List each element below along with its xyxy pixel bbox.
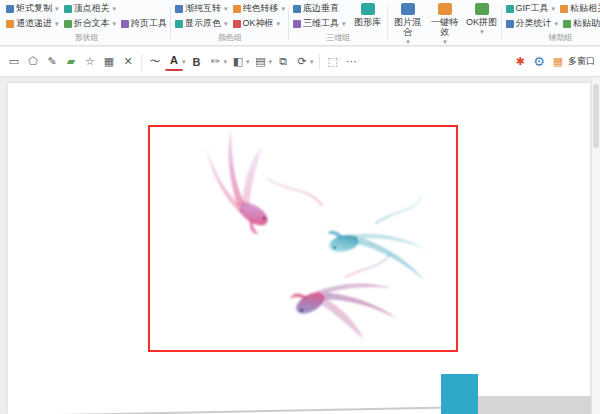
chevron-down-icon: ▾ <box>55 5 59 13</box>
toolbar-separator <box>319 54 320 70</box>
ok-collage-icon <box>475 3 489 15</box>
vertical-scrollbar[interactable] <box>591 78 600 414</box>
fill-bucket-icon[interactable]: ◧ <box>229 53 247 71</box>
chevron-down-icon[interactable]: ▾ <box>310 58 314 66</box>
format-painter-icon[interactable]: ⬚ <box>324 53 342 71</box>
arrange-objects-icon[interactable]: ⧉ <box>274 53 292 71</box>
bottom-gray-region <box>470 396 600 414</box>
btn-image-blend[interactable]: 图片混合 ▾ <box>391 2 425 46</box>
toolbar-separator <box>141 54 142 70</box>
table-grid-icon[interactable]: ▦ <box>100 53 118 71</box>
one-key-effects-icon <box>438 3 452 15</box>
group-label-auxiliary: 辅助组 <box>505 31 600 45</box>
rotate-icon[interactable]: ⟳ <box>293 53 311 71</box>
presentation-app: 矩式复制▾ 顶点相关▾ 通道递进▾ 折合文本▾ 跨页工具 形状组 渐纯互转▾ 纯… <box>0 0 600 414</box>
btn-one-key-effects[interactable]: 一键特效 ▾ <box>428 2 462 46</box>
btn-gif-tools[interactable]: GIF工具▾ <box>505 2 557 15</box>
ribbon-group-colors: 渐纯互转▾ 纯色转移▾ 显示原色▾ OK神框▾ 颜色组 <box>171 2 289 45</box>
group-label-shapes: 形状组 <box>5 31 168 45</box>
chevron-down-icon: ▾ <box>406 37 410 46</box>
btn-paste-helper[interactable]: 粘贴助手▾ <box>562 17 600 30</box>
drawing-toolbar: ▭ ⬠ ✎ ▰ ☆ ▦ ✕ 〜 A ▾ B ✏ ▾ ◧ ▾ ▤ ▾ ⧉ ⟳ ▾ … <box>0 47 600 77</box>
chevron-down-icon: ▾ <box>55 20 59 28</box>
btn-ok-collage[interactable]: OK拼图 ▾ <box>465 2 499 46</box>
multi-window-label[interactable]: 多窗口 <box>568 55 595 68</box>
cross-page-icon <box>121 20 129 28</box>
btn-fold-text[interactable]: 折合文本▾ <box>63 17 118 30</box>
btn-bottom-edge-vertical[interactable]: 底边垂直 <box>292 2 340 15</box>
paste-related-icon <box>560 5 568 13</box>
magic-frame-icon <box>233 20 241 28</box>
shape-library-icon <box>361 3 375 15</box>
insert-shape-rect-icon[interactable]: ▭ <box>5 53 23 71</box>
chevron-down-icon: ▾ <box>552 5 556 13</box>
paste-helper-icon <box>563 20 571 28</box>
btn-vertex-related[interactable]: 顶点相关▾ <box>63 2 118 15</box>
scrollbar-thumb[interactable] <box>593 84 599 148</box>
btn-ok-magic-frame[interactable]: OK神框▾ <box>232 17 282 30</box>
curve-tool-icon[interactable]: 〜 <box>146 53 164 71</box>
chevron-down-icon[interactable]: ▾ <box>182 58 186 66</box>
chevron-down-icon[interactable]: ▾ <box>246 58 250 66</box>
teal-overlay-block <box>441 374 478 414</box>
fill-swatch-icon[interactable]: ▰ <box>62 53 80 71</box>
ribbon-ok-plugin: 矩式复制▾ 顶点相关▾ 通道递进▾ 折合文本▾ 跨页工具 形状组 渐纯互转▾ 纯… <box>0 0 600 46</box>
btn-shape-library[interactable]: 图形库 <box>351 2 385 30</box>
chevron-down-icon: ▾ <box>113 20 117 28</box>
channel-icon <box>6 20 14 28</box>
three-d-icon <box>293 20 301 28</box>
image-blend-icon <box>401 3 415 15</box>
settings-gear-icon[interactable]: ⚙ <box>530 53 548 71</box>
gif-tools-icon <box>506 5 514 13</box>
btn-show-original-color[interactable]: 显示原色▾ <box>174 17 229 30</box>
star-shape-icon[interactable]: ☆ <box>81 53 99 71</box>
chevron-down-icon: ▾ <box>342 20 346 28</box>
chevron-down-icon: ▾ <box>480 27 484 37</box>
chevron-down-icon: ▾ <box>443 37 447 46</box>
edit-points-pencil-icon[interactable]: ✎ <box>43 53 61 71</box>
insert-shape-polygon-icon[interactable]: ⬠ <box>24 53 42 71</box>
goldfish-picture[interactable] <box>150 127 456 350</box>
magenta-goldfish <box>289 250 407 350</box>
color-transfer-icon <box>233 5 241 13</box>
outline-pen-icon[interactable]: ✏ <box>207 53 225 71</box>
btn-cross-page-tool[interactable]: 跨页工具 <box>120 17 168 30</box>
chevron-down-icon: ▾ <box>224 5 228 13</box>
ribbon-group-auxiliary: GIF工具▾ 粘贴相关▾ 分类统计▾ 粘贴助手▾ 辅助组 <box>502 2 600 45</box>
group-label-3d: 三维组 <box>292 31 385 45</box>
chevron-down-icon: ▾ <box>282 5 286 13</box>
ribbon-group-graphics: 图片混合 ▾ 一键特效 ▾ OK拼图 ▾ 图形组 <box>388 2 502 45</box>
btn-solid-color-transfer[interactable]: 纯色转移▾ <box>232 2 287 15</box>
gradient-icon <box>175 5 183 13</box>
selection-rectangle[interactable] <box>148 125 458 352</box>
btn-channel-progress[interactable]: 通道递进▾ <box>5 17 60 30</box>
align-text-icon[interactable]: ▤ <box>252 53 270 71</box>
multi-window-icon[interactable]: ▦ <box>549 53 567 71</box>
btn-matrix-copy[interactable]: 矩式复制▾ <box>5 2 60 15</box>
font-color-icon[interactable]: A <box>165 53 183 71</box>
chevron-down-icon[interactable]: ▾ <box>224 58 228 66</box>
chevron-down-icon[interactable]: ▾ <box>269 58 273 66</box>
matrix-copy-icon <box>6 5 14 13</box>
bold-icon[interactable]: B <box>188 53 206 71</box>
pink-goldfish <box>181 127 301 236</box>
original-color-icon <box>175 20 183 28</box>
btn-gradient-solid-convert[interactable]: 渐纯互转▾ <box>174 2 229 15</box>
group-label-colors: 颜色组 <box>174 31 286 45</box>
chevron-down-icon: ▾ <box>555 20 559 28</box>
classify-stats-icon <box>506 20 514 28</box>
slide-canvas <box>0 78 600 414</box>
fold-text-icon <box>64 20 72 28</box>
chevron-down-icon: ▾ <box>224 20 228 28</box>
chevron-down-icon: ▾ <box>113 5 117 13</box>
delete-icon[interactable]: ✕ <box>119 53 137 71</box>
more-options-icon[interactable]: ⋯ <box>343 53 361 71</box>
ribbon-group-3d: 底边垂直 三维工具▾ 图形库 三维组 <box>289 2 388 45</box>
red-asterisk-icon[interactable]: ✱ <box>511 53 529 71</box>
vertex-icon <box>64 5 72 13</box>
btn-paste-related[interactable]: 粘贴相关▾ <box>559 2 600 15</box>
btn-classify-stats[interactable]: 分类统计▾ <box>505 17 560 30</box>
btn-3d-tools[interactable]: 三维工具▾ <box>292 17 347 30</box>
bottom-edge-icon <box>293 5 301 13</box>
chevron-down-icon: ▾ <box>277 20 281 28</box>
